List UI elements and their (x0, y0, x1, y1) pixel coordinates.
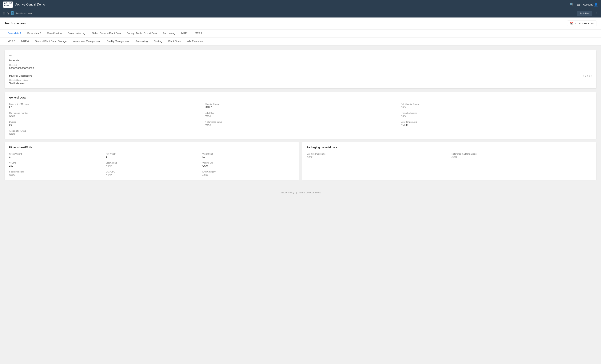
field-label: Division (9, 121, 200, 123)
dim-field-8: EAN Category None (202, 171, 294, 176)
more-options-icon[interactable]: ⋮ (594, 11, 598, 16)
prev-icon[interactable]: ‹ (583, 74, 584, 77)
activities-button[interactable]: Activities (577, 11, 592, 16)
materials-label: Materials (9, 59, 592, 62)
search-icon[interactable]: 🔍 (570, 2, 574, 7)
tab-costing[interactable]: Costing (151, 38, 165, 45)
tab-basic1[interactable]: Basic data 1 (5, 29, 24, 37)
field-label: Net Weight (106, 153, 198, 155)
terms-link[interactable]: Terms and Conditions (299, 191, 321, 194)
nav-right: 🔍 ▦ Account 👤 (570, 2, 598, 7)
field-label: Volume unit (202, 162, 294, 164)
field-label: EAN Category (202, 171, 294, 173)
material-desc-value: Testfioriscreen (9, 82, 592, 85)
tab-mrp3[interactable]: MRP 3 (5, 38, 18, 45)
general-field-4: Lab/Office None (205, 112, 396, 117)
field-value: None (9, 115, 200, 117)
field-label: Volume (9, 162, 101, 164)
field-label: Volume unit (106, 162, 198, 164)
field-label: Size/dimensions (9, 171, 101, 173)
pack-field-1: Reference matl for packing None (451, 153, 592, 158)
material-desc-header: Material Descriptions ‹ 1 / 9 › (9, 74, 592, 77)
field-label: Reference matl for packing (451, 153, 592, 155)
field-label: Lab/Office (205, 112, 396, 114)
field-label: Matl Grp Pack.Matls (307, 153, 447, 155)
general-data-fields: Base Unit of Measure EAMaterial Group 00… (9, 103, 592, 135)
date-badge[interactable]: 📅 2022-03-07 17:00 (567, 20, 596, 26)
footer: Privacy Policy | Terms and Conditions (0, 188, 601, 198)
general-field-2: Ext. Material Group None (401, 103, 592, 108)
tab-sales_org[interactable]: Sales: sales org. (65, 29, 89, 37)
page-title: Testfioriscreen (5, 22, 26, 25)
user-icon: 👤 (594, 2, 598, 7)
tab-mrp4[interactable]: MRP 4 (18, 38, 32, 45)
database-icon[interactable]: 🗄 (11, 11, 14, 15)
field-label: Old material number (9, 112, 200, 114)
tabs-row-1: Basic data 1Basic data 2ClassificationSa… (0, 29, 601, 38)
general-field-7: X-plant matl status None (205, 121, 396, 126)
material-desc-label: Material Description (9, 79, 592, 81)
calendar-icon: 📅 (570, 22, 573, 25)
tabs-row-2: MRP 3MRP 4General Plant Data / StorageWa… (0, 38, 601, 46)
tab-mrp1[interactable]: MRP 1 (178, 29, 192, 37)
grid-icon[interactable]: ▦ (577, 3, 580, 7)
general-field-3: Old material number None (9, 112, 200, 117)
tab-mrp2[interactable]: MRP 2 (192, 29, 205, 37)
account-section[interactable]: Account 👤 (583, 2, 598, 7)
dim-field-7: EAN/UPC None (106, 171, 198, 176)
general-data-title: General Data (9, 96, 592, 99)
field-label: EAN/UPC (106, 171, 198, 173)
field-label: Ext. Material Group (401, 103, 592, 105)
field-value: None (307, 155, 447, 158)
breadcrumb: Testfioriscreen (16, 12, 32, 15)
general-field-8: Gen. item cat. grp NORM (401, 121, 592, 126)
packaging-title: Packaging material data (307, 146, 592, 149)
dim-field-2: Weight unit LB (202, 153, 294, 158)
general-field-5: Product allocation None (401, 112, 592, 117)
dim-field-6: Size/dimensions None (9, 171, 101, 176)
bottom-cards: Dimensions/EANs Gross Weight 1Net Weight… (5, 142, 596, 183)
material-desc-section-label: Material Descriptions (9, 74, 32, 77)
field-value: None (106, 173, 198, 176)
tab-plant_stock[interactable]: Plant Stock (165, 38, 184, 45)
next-icon[interactable]: › (591, 74, 592, 77)
tab-sales_plant[interactable]: Sales: General/Plant Data (89, 29, 124, 37)
field-label: Gen. item cat. grp (401, 121, 592, 123)
field-value: None (9, 173, 101, 176)
footer-divider: | (296, 191, 297, 194)
tab-qm[interactable]: Quality Management (103, 38, 132, 45)
field-value: 00107 (205, 105, 396, 108)
field-label: X-plant matl status (205, 121, 396, 123)
tab-purchasing[interactable]: Purchasing (160, 29, 178, 37)
privacy-link[interactable]: Privacy Policy (280, 191, 294, 194)
tab-accounting[interactable]: Accounting (132, 38, 151, 45)
account-label: Account (583, 3, 593, 6)
dimensions-fields: Gross Weight 1Net Weight 1Weight unit LB… (9, 153, 294, 176)
dim-field-3: Volume 100 (9, 162, 101, 167)
general-field-1: Material Group 00107 (205, 103, 396, 108)
secondary-nav-right: Activities ⋮ (577, 11, 598, 16)
apps-icon[interactable]: ⠿ (3, 11, 6, 16)
dashes: --- (9, 54, 592, 57)
field-label: Gross Weight (9, 153, 101, 155)
tab-foreign_trade[interactable]: Foreign Trade: Export Data (124, 29, 160, 37)
dim-field-4: Volume unit None (106, 162, 198, 167)
packaging-card: Packaging material data Matl Grp Pack.Ma… (302, 142, 596, 180)
field-label: Assign effect. vals (9, 130, 200, 132)
packaging-fields: Matl Grp Pack.Matls NoneReference matl f… (307, 153, 592, 158)
field-label: Material Group (205, 103, 396, 105)
pack-field-0: Matl Grp Pack.Matls None (307, 153, 447, 158)
pagination-value: 1 / 9 (585, 74, 590, 77)
field-value: None (202, 173, 294, 176)
tab-basic2[interactable]: Basic data 2 (24, 29, 44, 37)
secondary-nav: ⠿ ❯ 🗄 Testfioriscreen Activities ⋮ (0, 9, 601, 18)
tab-gps[interactable]: General Plant Data / Storage (32, 38, 70, 45)
field-value: 1 (106, 155, 198, 158)
field-value: 1 (9, 155, 101, 158)
tab-wm_exec[interactable]: WM Execution (184, 38, 206, 45)
tab-wm[interactable]: Warehouse Management (70, 38, 104, 45)
dim-field-5: Volume unit CCM (202, 162, 294, 167)
tab-classification[interactable]: Classification (44, 29, 65, 37)
field-value: EA (9, 105, 200, 108)
pagination: ‹ 1 / 9 › (583, 74, 592, 77)
